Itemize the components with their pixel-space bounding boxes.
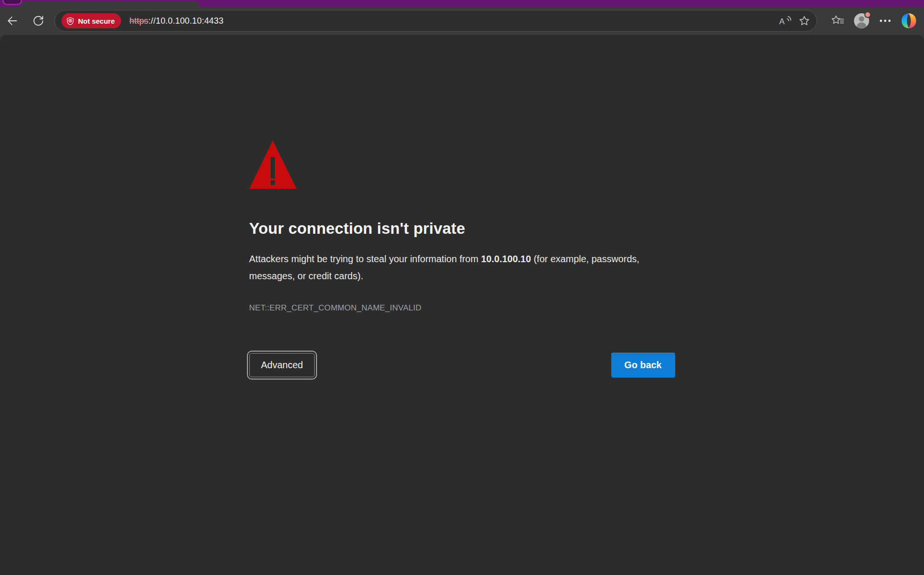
favorite-star-button[interactable] [795,11,814,30]
star-list-icon [831,15,845,27]
copilot-button[interactable] [898,10,919,31]
active-tab[interactable] [21,1,199,7]
button-row: Advanced Go back [249,353,675,378]
warning-triangle-icon [249,141,297,189]
tab-strip [0,0,924,7]
not-secure-label: Not secure [78,17,115,25]
shield-x-icon [66,17,75,26]
avatar [854,13,870,29]
ellipsis-icon [879,19,891,23]
url-scheme: https [130,16,149,26]
profile-notification-dot [864,11,871,18]
address-bar[interactable]: Not secure https://10.0.100.10:4433 A [54,10,817,32]
error-description-line2: messages, or credit cards). [249,267,675,284]
refresh-icon [32,15,44,27]
page-title: Your connection isn't private [249,219,675,238]
read-aloud-icon: A [779,15,792,27]
go-back-button[interactable]: Go back [611,353,675,378]
error-description-before: Attackers might be trying to steal your … [249,254,481,264]
svg-text:A: A [779,17,785,26]
back-arrow-icon [6,15,18,27]
more-options-button[interactable] [875,10,896,31]
url-text[interactable]: https://10.0.100.10:4433 [130,16,224,26]
favorites-bar-button[interactable] [827,10,848,31]
refresh-button[interactable] [29,11,48,30]
error-code: NET::ERR_CERT_COMMON_NAME_INVALID [249,303,675,313]
error-host: 10.0.100.10 [481,254,531,264]
advanced-button[interactable]: Advanced [249,353,315,377]
back-button[interactable] [3,11,22,30]
star-icon [799,15,810,27]
error-container: Your connection isn't private Attackers … [249,35,675,378]
not-secure-badge[interactable]: Not secure [62,13,121,28]
window-corner-fragment [2,0,22,5]
profile-button[interactable] [851,10,872,31]
browser-toolbar: Not secure https://10.0.100.10:4433 A [0,7,924,35]
error-description: Attackers might be trying to steal your … [249,250,675,284]
error-description-after: (for example, passwords, [531,254,639,264]
copilot-icon [900,12,917,29]
url-rest: ://10.0.100.10:4433 [149,16,224,26]
read-aloud-button[interactable]: A [776,11,795,30]
page-content: Your connection isn't private Attackers … [0,35,924,575]
